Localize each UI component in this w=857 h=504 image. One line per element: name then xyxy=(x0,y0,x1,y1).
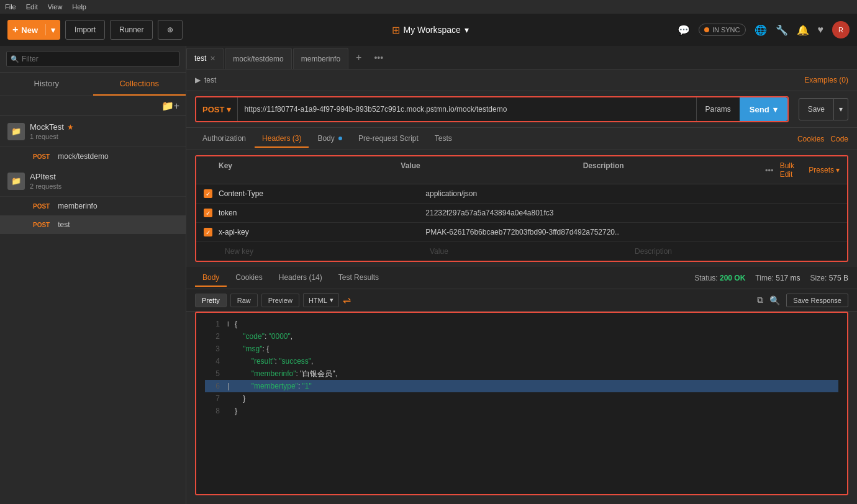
import-button[interactable]: Import xyxy=(65,20,105,40)
format-pretty-button[interactable]: Pretty xyxy=(195,294,227,307)
tab-test-close[interactable]: ✕ xyxy=(210,55,215,63)
sidebar-tab-history[interactable]: History xyxy=(0,73,93,96)
inner-tab-headers[interactable]: Headers (3) xyxy=(255,130,309,148)
bulk-edit-link[interactable]: Bulk Edit xyxy=(780,161,803,179)
tab-add-button[interactable]: + xyxy=(350,52,368,63)
menu-edit[interactable]: Edit xyxy=(26,3,38,11)
new-button[interactable]: + New ▾ xyxy=(7,20,60,40)
new-collection-button[interactable]: 📁+ xyxy=(161,100,179,112)
method-select[interactable]: POST ▾ xyxy=(196,97,238,121)
breadcrumb-arrow: ▶ xyxy=(195,76,201,84)
method-label: POST xyxy=(202,105,224,114)
avatar[interactable]: R xyxy=(832,21,850,38)
code-link[interactable]: Code xyxy=(830,135,848,143)
header-key-1[interactable]: token xyxy=(219,209,425,217)
format-preview-button[interactable]: Preview xyxy=(261,294,299,307)
runner-button[interactable]: Runner xyxy=(110,20,153,40)
response-tab-body[interactable]: Body xyxy=(195,269,227,287)
send-button[interactable]: Send ▾ xyxy=(740,97,787,121)
sidebar-tab-collections[interactable]: Collections xyxy=(93,73,186,96)
inner-tab-tests[interactable]: Tests xyxy=(427,130,460,148)
cookies-link[interactable]: Cookies xyxy=(797,135,824,143)
headers-table-header: Key Value Description ••• Bulk Edit Pres… xyxy=(196,156,847,184)
new-key-input[interactable] xyxy=(225,247,430,256)
sidebar-actions: 📁+ xyxy=(0,96,186,116)
format-raw-button[interactable]: Raw xyxy=(230,294,258,307)
sync-badge[interactable]: IN SYNC xyxy=(699,24,746,36)
presets-label[interactable]: Presets ▾ xyxy=(809,166,840,174)
tab-mock-testdemo-label: mock/testdemo xyxy=(233,55,283,63)
menu-file[interactable]: File xyxy=(5,3,16,11)
collection-apitest[interactable]: 📁 APItest 2 requests xyxy=(0,166,186,197)
format-dropdown-icon: ▾ xyxy=(330,296,333,304)
time-label: Time: 517 ms xyxy=(755,274,800,282)
extra-button[interactable]: ⊕ xyxy=(158,20,183,40)
header-row-2: x-api-key PMAK-626176b6bcaeb772b03fbd90-… xyxy=(196,223,847,242)
workspace-selector[interactable]: ⊞ My Workspace ▾ xyxy=(188,24,672,36)
checkbox-2[interactable] xyxy=(204,228,212,236)
headers-table-actions: ••• Bulk Edit Presets ▾ xyxy=(765,161,840,179)
response-tab-headers[interactable]: Headers (14) xyxy=(271,269,330,287)
url-input[interactable] xyxy=(238,105,696,114)
workspace-dropdown-icon: ▾ xyxy=(465,25,469,35)
checkbox-0[interactable] xyxy=(204,189,212,198)
new-value-input[interactable] xyxy=(430,247,635,256)
tab-memberinfo[interactable]: memberinfo xyxy=(293,48,348,69)
request-item-memberinfo[interactable]: POST memberinfo xyxy=(0,197,186,215)
request-name-memberinfo: memberinfo xyxy=(58,202,97,210)
code-line-6: 6 | "membertype": "1" xyxy=(205,380,838,392)
tab-mock-testdemo[interactable]: mock/testdemo xyxy=(225,48,291,69)
inner-tabs-right: Cookies Code xyxy=(797,135,848,143)
examples-link[interactable]: Examples (0) xyxy=(804,76,848,84)
new-dropdown-arrow[interactable]: ▾ xyxy=(46,25,60,35)
collection-meta-apitest: 2 requests xyxy=(30,182,178,190)
new-desc-input[interactable] xyxy=(635,247,840,256)
tab-test[interactable]: test ✕ xyxy=(186,48,224,69)
size-label: Size: 575 B xyxy=(810,274,848,282)
checkbox-1[interactable] xyxy=(204,209,212,217)
params-button[interactable]: Params xyxy=(696,97,740,121)
breadcrumb: ▶ test xyxy=(195,76,216,84)
collection-info-apitest: APItest 2 requests xyxy=(30,172,178,190)
code-line-2: 2 "code": "0000", xyxy=(205,330,838,343)
body-dot xyxy=(338,137,342,140)
sync-dot xyxy=(704,27,709,32)
code-line-7: 7 } xyxy=(205,392,838,405)
header-key-0[interactable]: Content-Type xyxy=(219,189,425,198)
wrap-button[interactable]: ⇌ xyxy=(343,294,351,306)
menu-help[interactable]: Help xyxy=(72,3,86,11)
response-tab-test-results[interactable]: Test Results xyxy=(331,269,386,287)
request-name-test: test xyxy=(58,220,70,229)
inner-tab-authorization[interactable]: Authorization xyxy=(195,130,253,148)
globe-icon[interactable]: 🌐 xyxy=(755,24,767,36)
method-dropdown-icon: ▾ xyxy=(227,105,231,114)
copy-response-button[interactable]: ⧉ xyxy=(757,295,763,305)
response-body-toolbar: Pretty Raw Preview HTML ▾ ⇌ ⧉ 🔍 Save Res… xyxy=(186,289,857,312)
col-value-header: Value xyxy=(401,161,583,179)
bell-icon[interactable]: 🔔 xyxy=(797,24,809,36)
search-response-button[interactable]: 🔍 xyxy=(769,295,780,305)
menu-view[interactable]: View xyxy=(48,3,63,11)
format-html-select[interactable]: HTML ▾ xyxy=(303,293,339,307)
heart-icon[interactable]: ♥ xyxy=(818,24,824,35)
response-tabs-left: Body Cookies Headers (14) Test Results xyxy=(195,269,386,287)
inner-tab-prerequest[interactable]: Pre-request Script xyxy=(351,130,426,148)
request-item-mock-testdemo[interactable]: POST mock/testdemo xyxy=(0,147,186,166)
inner-tab-body[interactable]: Body xyxy=(310,130,350,148)
col-key-header: Key xyxy=(219,161,401,179)
collection-mocktest[interactable]: 📁 MockTest ★ 1 request xyxy=(0,116,186,147)
method-badge-post: POST xyxy=(30,153,53,161)
tab-more-button[interactable]: ••• xyxy=(368,53,389,63)
header-key-2[interactable]: x-api-key xyxy=(219,228,425,236)
save-button[interactable]: Save xyxy=(799,98,834,120)
filter-input[interactable] xyxy=(6,51,179,67)
code-line-8: 8 } xyxy=(205,405,838,417)
save-dropdown-button[interactable]: ▾ xyxy=(834,98,848,120)
save-response-button[interactable]: Save Response xyxy=(786,294,848,307)
sidebar-tabs: History Collections xyxy=(0,73,186,96)
comments-icon[interactable]: 💬 xyxy=(678,24,690,36)
request-item-test[interactable]: POST test xyxy=(0,215,186,234)
tabs-bar: test ✕ mock/testdemo memberinfo + ••• xyxy=(186,46,857,70)
settings-icon[interactable]: 🔧 xyxy=(776,24,788,36)
response-tab-cookies[interactable]: Cookies xyxy=(228,269,270,287)
